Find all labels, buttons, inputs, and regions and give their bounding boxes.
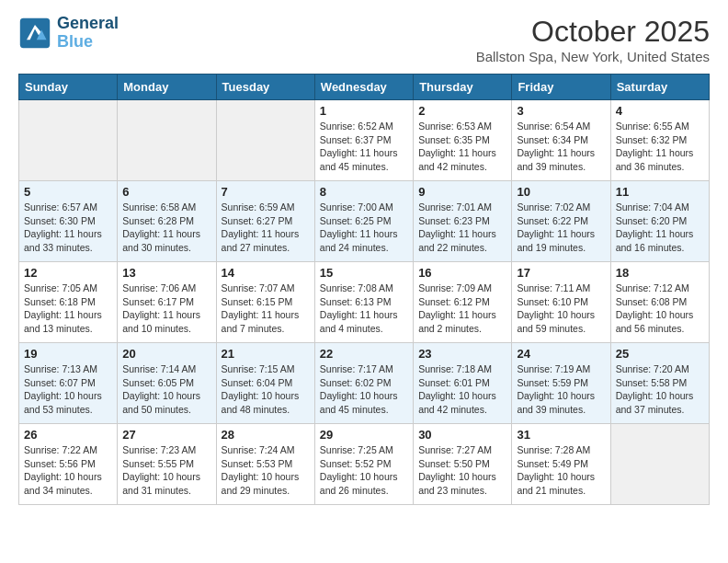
day-number: 16 — [418, 266, 506, 280]
day-detail: Sunrise: 6:54 AM Sunset: 6:34 PM Dayligh… — [517, 120, 605, 174]
day-detail: Sunrise: 7:02 AM Sunset: 6:22 PM Dayligh… — [517, 201, 605, 255]
weekday-header: Thursday — [414, 75, 512, 100]
calendar-row: 5Sunrise: 6:57 AM Sunset: 6:30 PM Daylig… — [19, 181, 710, 262]
location: Ballston Spa, New York, United States — [476, 49, 710, 64]
calendar-cell: 19Sunrise: 7:13 AM Sunset: 6:07 PM Dayli… — [19, 343, 118, 424]
weekday-header: Wednesday — [314, 75, 413, 100]
day-number: 30 — [418, 428, 506, 442]
day-number: 13 — [122, 266, 210, 280]
calendar-cell: 4Sunrise: 6:55 AM Sunset: 6:32 PM Daylig… — [610, 100, 709, 181]
day-number: 18 — [616, 266, 704, 280]
day-detail: Sunrise: 7:11 AM Sunset: 6:10 PM Dayligh… — [517, 282, 605, 336]
day-detail: Sunrise: 7:28 AM Sunset: 5:49 PM Dayligh… — [517, 443, 605, 498]
day-number: 22 — [320, 347, 408, 361]
day-number: 14 — [222, 266, 310, 280]
day-detail: Sunrise: 7:20 AM Sunset: 5:58 PM Dayligh… — [616, 362, 704, 417]
day-number: 9 — [418, 185, 506, 199]
month-title: October 2025 — [476, 15, 710, 49]
calendar-cell: 24Sunrise: 7:19 AM Sunset: 5:59 PM Dayli… — [512, 343, 610, 424]
title-block: October 2025 Ballston Spa, New York, Uni… — [476, 15, 710, 64]
calendar-cell: 15Sunrise: 7:08 AM Sunset: 6:13 PM Dayli… — [314, 262, 413, 343]
weekday-header: Tuesday — [216, 75, 314, 100]
calendar-cell — [118, 100, 216, 181]
calendar-cell — [610, 424, 709, 505]
day-number: 20 — [122, 347, 210, 361]
day-number: 19 — [24, 347, 112, 361]
day-detail: Sunrise: 7:07 AM Sunset: 6:15 PM Dayligh… — [222, 282, 310, 336]
logo-line2: Blue — [57, 32, 93, 51]
calendar-cell: 13Sunrise: 7:06 AM Sunset: 6:17 PM Dayli… — [118, 262, 216, 343]
day-detail: Sunrise: 7:15 AM Sunset: 6:04 PM Dayligh… — [222, 362, 310, 417]
calendar-cell: 25Sunrise: 7:20 AM Sunset: 5:58 PM Dayli… — [610, 343, 709, 424]
calendar-row: 1Sunrise: 6:52 AM Sunset: 6:37 PM Daylig… — [19, 100, 710, 181]
day-detail: Sunrise: 7:19 AM Sunset: 5:59 PM Dayligh… — [517, 362, 605, 417]
day-detail: Sunrise: 6:57 AM Sunset: 6:30 PM Dayligh… — [24, 201, 112, 255]
calendar-cell: 16Sunrise: 7:09 AM Sunset: 6:12 PM Dayli… — [414, 262, 512, 343]
day-detail: Sunrise: 6:52 AM Sunset: 6:37 PM Dayligh… — [320, 120, 408, 174]
calendar-cell: 18Sunrise: 7:12 AM Sunset: 6:08 PM Dayli… — [610, 262, 709, 343]
day-detail: Sunrise: 7:04 AM Sunset: 6:20 PM Dayligh… — [616, 201, 704, 255]
calendar-cell: 7Sunrise: 6:59 AM Sunset: 6:27 PM Daylig… — [216, 181, 314, 262]
day-number: 24 — [517, 347, 605, 361]
day-number: 7 — [222, 185, 310, 199]
day-number: 5 — [24, 185, 112, 199]
day-detail: Sunrise: 7:05 AM Sunset: 6:18 PM Dayligh… — [24, 282, 112, 336]
calendar-row: 26Sunrise: 7:22 AM Sunset: 5:56 PM Dayli… — [19, 424, 710, 505]
day-number: 26 — [24, 428, 112, 442]
logo-text: General Blue — [57, 15, 119, 52]
calendar-cell: 23Sunrise: 7:18 AM Sunset: 6:01 PM Dayli… — [414, 343, 512, 424]
weekday-header: Saturday — [610, 75, 709, 100]
day-number: 6 — [122, 185, 210, 199]
day-detail: Sunrise: 7:12 AM Sunset: 6:08 PM Dayligh… — [616, 282, 704, 336]
day-number: 29 — [320, 428, 408, 442]
calendar-cell: 29Sunrise: 7:25 AM Sunset: 5:52 PM Dayli… — [314, 424, 413, 505]
weekday-header: Sunday — [19, 75, 118, 100]
day-number: 28 — [222, 428, 310, 442]
svg-rect-0 — [20, 18, 50, 48]
calendar-cell: 22Sunrise: 7:17 AM Sunset: 6:02 PM Dayli… — [314, 343, 413, 424]
day-number: 4 — [616, 104, 704, 118]
calendar-cell: 12Sunrise: 7:05 AM Sunset: 6:18 PM Dayli… — [19, 262, 118, 343]
day-number: 3 — [517, 104, 605, 118]
calendar-cell: 20Sunrise: 7:14 AM Sunset: 6:05 PM Dayli… — [118, 343, 216, 424]
day-detail: Sunrise: 6:58 AM Sunset: 6:28 PM Dayligh… — [122, 201, 210, 255]
calendar-cell: 10Sunrise: 7:02 AM Sunset: 6:22 PM Dayli… — [512, 181, 610, 262]
day-detail: Sunrise: 7:17 AM Sunset: 6:02 PM Dayligh… — [320, 362, 408, 417]
calendar-cell: 2Sunrise: 6:53 AM Sunset: 6:35 PM Daylig… — [414, 100, 512, 181]
day-detail: Sunrise: 7:08 AM Sunset: 6:13 PM Dayligh… — [320, 282, 408, 336]
calendar-cell: 11Sunrise: 7:04 AM Sunset: 6:20 PM Dayli… — [610, 181, 709, 262]
day-detail: Sunrise: 7:06 AM Sunset: 6:17 PM Dayligh… — [122, 282, 210, 336]
day-detail: Sunrise: 7:27 AM Sunset: 5:50 PM Dayligh… — [418, 443, 506, 498]
calendar-cell: 26Sunrise: 7:22 AM Sunset: 5:56 PM Dayli… — [19, 424, 118, 505]
day-number: 1 — [320, 104, 408, 118]
day-number: 2 — [418, 104, 506, 118]
day-detail: Sunrise: 7:22 AM Sunset: 5:56 PM Dayligh… — [24, 443, 112, 498]
calendar-cell: 31Sunrise: 7:28 AM Sunset: 5:49 PM Dayli… — [512, 424, 610, 505]
weekday-header: Friday — [512, 75, 610, 100]
calendar-cell: 17Sunrise: 7:11 AM Sunset: 6:10 PM Dayli… — [512, 262, 610, 343]
day-number: 23 — [418, 347, 506, 361]
day-detail: Sunrise: 6:53 AM Sunset: 6:35 PM Dayligh… — [418, 120, 506, 174]
calendar-cell: 27Sunrise: 7:23 AM Sunset: 5:55 PM Dayli… — [118, 424, 216, 505]
calendar-cell: 8Sunrise: 7:00 AM Sunset: 6:25 PM Daylig… — [314, 181, 413, 262]
calendar-cell: 1Sunrise: 6:52 AM Sunset: 6:37 PM Daylig… — [314, 100, 413, 181]
logo: General Blue — [18, 15, 119, 52]
calendar-table: SundayMondayTuesdayWednesdayThursdayFrid… — [18, 74, 710, 505]
weekday-header: Monday — [118, 75, 216, 100]
calendar-cell: 14Sunrise: 7:07 AM Sunset: 6:15 PM Dayli… — [216, 262, 314, 343]
calendar-row: 12Sunrise: 7:05 AM Sunset: 6:18 PM Dayli… — [19, 262, 710, 343]
calendar-cell: 21Sunrise: 7:15 AM Sunset: 6:04 PM Dayli… — [216, 343, 314, 424]
day-detail: Sunrise: 7:01 AM Sunset: 6:23 PM Dayligh… — [418, 201, 506, 255]
day-detail: Sunrise: 6:55 AM Sunset: 6:32 PM Dayligh… — [616, 120, 704, 174]
day-number: 8 — [320, 185, 408, 199]
calendar-cell: 9Sunrise: 7:01 AM Sunset: 6:23 PM Daylig… — [414, 181, 512, 262]
day-detail: Sunrise: 7:18 AM Sunset: 6:01 PM Dayligh… — [418, 362, 506, 417]
weekday-header-row: SundayMondayTuesdayWednesdayThursdayFrid… — [19, 75, 710, 100]
day-number: 17 — [517, 266, 605, 280]
calendar-cell — [19, 100, 118, 181]
logo-line1: General — [57, 15, 119, 33]
day-detail: Sunrise: 7:25 AM Sunset: 5:52 PM Dayligh… — [320, 443, 408, 498]
calendar-cell: 28Sunrise: 7:24 AM Sunset: 5:53 PM Dayli… — [216, 424, 314, 505]
day-number: 12 — [24, 266, 112, 280]
page-header: General Blue October 2025 Ballston Spa, … — [18, 15, 710, 64]
